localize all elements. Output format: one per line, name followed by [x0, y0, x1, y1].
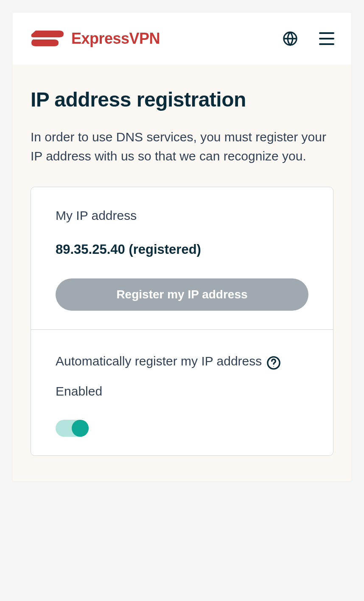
- ip-settings-card: My IP address 89.35.25.40 (registered) R…: [31, 187, 333, 456]
- menu-icon[interactable]: [319, 32, 334, 45]
- language-icon[interactable]: [283, 31, 298, 46]
- help-icon[interactable]: [266, 356, 281, 370]
- expressvpn-logo-icon: [30, 30, 64, 47]
- page-title: IP address registration: [31, 88, 333, 111]
- main-content: IP address registration In order to use …: [13, 65, 351, 481]
- register-ip-button[interactable]: Register my IP address: [56, 278, 308, 311]
- header-actions: [283, 31, 334, 46]
- ip-address-section: My IP address 89.35.25.40 (registered) R…: [31, 187, 333, 329]
- toggle-knob: [72, 420, 89, 437]
- svg-point-3: [273, 366, 274, 367]
- brand-logo[interactable]: ExpressVPN: [30, 30, 160, 48]
- auto-register-section: Automatically register my IP address Ena…: [31, 329, 333, 455]
- ip-address-label: My IP address: [56, 208, 308, 223]
- ip-address-value: 89.35.25.40 (registered): [56, 242, 308, 257]
- auto-register-status: Enabled: [56, 384, 308, 399]
- auto-register-label: Automatically register my IP address: [56, 354, 262, 368]
- brand-name: ExpressVPN: [71, 30, 160, 48]
- app-header: ExpressVPN: [13, 13, 351, 65]
- app-container: ExpressVPN IP address registration In or…: [13, 13, 351, 481]
- page-description: In order to use DNS services, you must r…: [31, 127, 333, 166]
- auto-register-toggle[interactable]: [56, 420, 89, 437]
